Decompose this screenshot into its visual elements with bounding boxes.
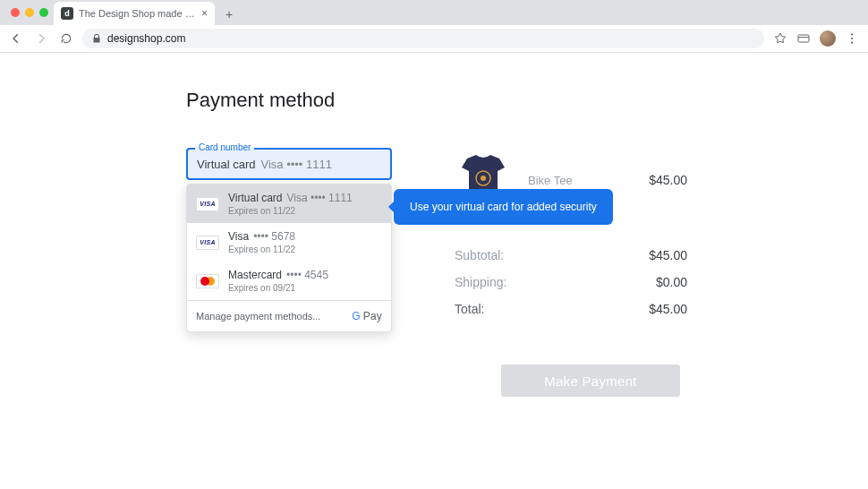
lock-icon (91, 33, 102, 44)
card-value-primary: Virtual card (197, 158, 256, 171)
summary-label: Shipping: (455, 275, 506, 289)
address-text: designshop.com (107, 32, 185, 45)
card-option[interactable]: Mastercard •••• 4545 Expires on 09/21 (187, 262, 391, 300)
page-title: Payment method (186, 89, 687, 112)
dropdown-footer: Manage payment methods... GPay (187, 300, 391, 331)
summary-row-subtotal: Subtotal: $45.00 (455, 248, 687, 262)
svg-point-5 (481, 176, 486, 181)
card-number-input[interactable]: Card number Virtual card Visa •••• 1111 (186, 148, 392, 180)
page-body: Payment method Card number Virtual card … (0, 53, 868, 397)
visa-icon: VISA (196, 197, 219, 211)
card-option-expires: Expires on 09/21 (228, 283, 328, 293)
window-close-icon[interactable] (11, 8, 20, 17)
browser-tab[interactable]: d The Design Shop made for des × (54, 2, 215, 25)
tab-favicon-icon: d (61, 7, 73, 20)
card-value-secondary: Visa •••• 1111 (261, 158, 332, 171)
card-number-label: Card number (195, 142, 254, 152)
toolbar-right (773, 30, 859, 47)
card-option[interactable]: VISA Visa •••• 5678 Expires on 11/22 (187, 223, 391, 262)
bookmark-star-icon[interactable] (773, 31, 787, 46)
back-icon[interactable] (9, 31, 23, 46)
summary-value: $45.00 (649, 248, 687, 262)
svg-point-1 (851, 33, 853, 35)
summary-row-total: Total: $45.00 (455, 302, 687, 316)
address-bar[interactable]: designshop.com (82, 29, 764, 48)
card-option-secondary: Visa •••• 1111 (286, 192, 352, 204)
svg-point-2 (851, 38, 853, 39)
product-price: $45.00 (649, 173, 687, 187)
card-option-primary: Mastercard (228, 269, 282, 281)
card-option-secondary: •••• 4545 (286, 269, 328, 281)
summary-label: Subtotal: (455, 248, 504, 262)
window-zoom-icon[interactable] (39, 8, 48, 17)
card-option[interactable]: VISA Virtual card Visa •••• 1111 Expires… (187, 184, 391, 223)
menu-kebab-icon[interactable] (845, 31, 859, 46)
visa-icon: VISA (196, 236, 219, 250)
nav-buttons (9, 31, 73, 46)
google-pay-icon: GPay (352, 310, 382, 322)
svg-rect-0 (798, 35, 809, 42)
promo-text: Use your virtual card for added security (410, 201, 597, 213)
card-option-primary: Virtual card (228, 192, 282, 204)
tab-title: The Design Shop made for des (79, 8, 196, 19)
window-controls (7, 0, 54, 25)
tab-close-icon[interactable]: × (201, 7, 208, 20)
order-summary: Bike Tee $45.00 Subtotal: $45.00 Shippin… (455, 148, 687, 397)
summary-value: $0.00 (656, 275, 687, 289)
reload-icon[interactable] (59, 31, 73, 46)
product-name: Bike Tee (528, 174, 633, 187)
browser-chrome: d The Design Shop made for des × + desig… (0, 0, 868, 53)
mastercard-icon (196, 274, 219, 288)
window-minimize-icon[interactable] (25, 8, 34, 17)
browser-toolbar: designshop.com (0, 25, 868, 52)
card-option-expires: Expires on 11/22 (228, 206, 353, 216)
summary-label: Total: (455, 302, 484, 316)
payment-card-column: Card number Virtual card Visa •••• 1111 … (186, 148, 392, 180)
payments-icon[interactable] (796, 31, 811, 46)
summary-row-shipping: Shipping: $0.00 (455, 275, 687, 289)
forward-icon[interactable] (34, 31, 48, 46)
summary-value: $45.00 (649, 302, 687, 316)
tab-strip: d The Design Shop made for des × + (0, 0, 868, 25)
svg-point-3 (851, 42, 853, 44)
virtual-card-promo-tooltip: Use your virtual card for added security (394, 189, 613, 225)
new-tab-button[interactable]: + (218, 4, 240, 25)
profile-avatar-icon[interactable] (820, 30, 836, 47)
card-option-secondary: •••• 5678 (253, 230, 295, 243)
saved-cards-dropdown: VISA Virtual card Visa •••• 1111 Expires… (186, 184, 392, 332)
card-option-primary: Visa (228, 230, 249, 243)
make-payment-button[interactable]: Make Payment (501, 365, 680, 397)
manage-payment-methods-link[interactable]: Manage payment methods... (196, 311, 320, 322)
card-option-expires: Expires on 11/22 (228, 244, 295, 254)
